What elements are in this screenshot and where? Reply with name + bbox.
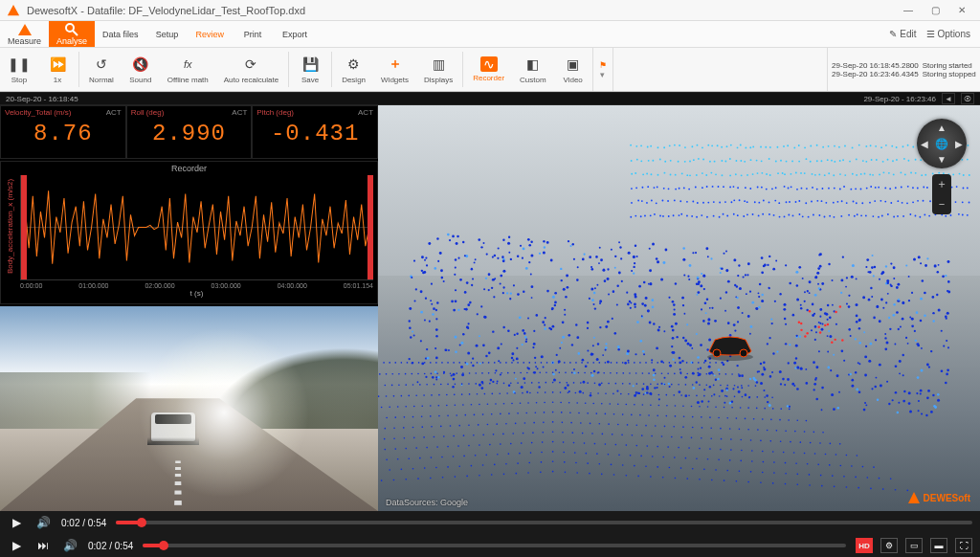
- design-button[interactable]: ⚙ Design: [334, 48, 373, 91]
- outer-seekbar[interactable]: [143, 544, 846, 547]
- cursor-right[interactable]: [368, 175, 373, 279]
- svg-point-1019: [814, 277, 817, 279]
- theater-button[interactable]: ▬: [930, 538, 947, 553]
- svg-point-1587: [569, 412, 571, 413]
- pan-north-button[interactable]: ▲: [937, 123, 947, 133]
- svg-point-1637: [590, 423, 591, 425]
- volume-button[interactable]: 🔊: [61, 539, 78, 552]
- svg-point-1280: [477, 313, 479, 315]
- time-left: 20-Sep-20 - 16:18:45: [6, 95, 78, 103]
- svg-point-1441: [615, 383, 617, 385]
- svg-point-581: [738, 264, 740, 266]
- compass-control[interactable]: 🌐 ▲ ▼ ▶ ◀: [917, 119, 967, 168]
- autorecalc-button[interactable]: ⟳ Auto recalculate: [216, 48, 286, 91]
- svg-point-1102: [933, 405, 936, 408]
- zoom-out-button[interactable]: －: [932, 194, 951, 214]
- video-tab[interactable]: ▣ Video: [554, 48, 592, 91]
- tab-export[interactable]: Export: [274, 21, 316, 47]
- pan-west-button[interactable]: ◀: [921, 139, 928, 149]
- svg-point-1675: [502, 434, 504, 435]
- svg-point-1586: [561, 412, 563, 413]
- play-button[interactable]: ▶: [8, 539, 25, 552]
- svg-point-1092: [602, 354, 604, 356]
- svg-point-747: [873, 317, 876, 320]
- edit-link[interactable]: ✎ Edit: [889, 29, 916, 39]
- window-maximize-button[interactable]: ▢: [923, 2, 947, 19]
- next-button[interactable]: ⏭: [34, 539, 52, 552]
- svg-point-288: [774, 200, 776, 202]
- svg-point-1647: [682, 426, 684, 428]
- chart-plot-area[interactable]: [20, 175, 373, 280]
- save-button[interactable]: 💾 Save: [291, 48, 329, 91]
- svg-point-851: [638, 285, 641, 288]
- volume-button[interactable]: 🔊: [34, 516, 52, 529]
- widgets-button[interactable]: ＋ Widgets: [373, 48, 416, 91]
- svg-point-1811: [505, 463, 507, 465]
- svg-point-1649: [702, 427, 703, 429]
- svg-point-739: [600, 258, 603, 261]
- stop-button[interactable]: ❚❚ Stop: [0, 48, 38, 91]
- readout-pitch[interactable]: Pitch (deg)ACT -0.431: [252, 105, 378, 159]
- svg-point-945: [513, 359, 515, 361]
- window-close-button[interactable]: ✕: [949, 2, 974, 19]
- lidar-3d-map[interactable]: 🌐 ▲ ▼ ▶ ◀ ＋ － DataSources: Google DEWESo…: [378, 105, 980, 511]
- tab-setup[interactable]: Setup: [146, 21, 189, 47]
- options-link[interactable]: ☰ Options: [926, 29, 970, 39]
- cursor-left[interactable]: [21, 175, 27, 279]
- svg-point-448: [724, 310, 726, 312]
- svg-point-1067: [702, 320, 705, 323]
- tab-review[interactable]: Review: [189, 21, 233, 47]
- miniplayer-button[interactable]: ▭: [905, 538, 923, 553]
- mode-button[interactable]: ↺ Normal: [81, 48, 122, 91]
- svg-point-1033: [866, 258, 869, 261]
- svg-point-685: [511, 357, 513, 360]
- recorder-chart[interactable]: Recorder Body_acceleration_x (m/s2) 0:00…: [0, 161, 378, 304]
- svg-point-413: [720, 298, 722, 300]
- window-minimize-button[interactable]: —: [896, 2, 921, 19]
- tab-measure[interactable]: Measure: [0, 21, 49, 47]
- svg-point-1837: [809, 474, 811, 476]
- svg-point-698: [605, 349, 607, 351]
- svg-point-805: [669, 365, 672, 368]
- readout-velocity[interactable]: Velocity_Total (m/s)ACT 8.76: [0, 105, 126, 159]
- svg-point-681: [863, 331, 865, 333]
- recorder-tab[interactable]: ∿ Recorder: [465, 48, 512, 91]
- svg-point-266: [656, 202, 657, 204]
- tab-print[interactable]: Print: [232, 21, 274, 47]
- custom-tab[interactable]: ◧ Custom: [512, 48, 554, 91]
- svg-point-549: [930, 411, 933, 413]
- log-toggle[interactable]: ⚑ ▾: [592, 48, 613, 91]
- hd-badge[interactable]: HD: [856, 538, 873, 553]
- seek-handle[interactable]: [137, 518, 146, 527]
- offlinemath-button[interactable]: fx Offline math: [160, 48, 216, 91]
- svg-point-930: [436, 237, 438, 240]
- tab-datafiles[interactable]: Data files: [95, 21, 146, 47]
- sound-button[interactable]: 🔇 Sound: [122, 48, 160, 91]
- camera-video[interactable]: [0, 306, 378, 511]
- svg-point-726: [771, 323, 773, 324]
- tab-analyse[interactable]: Analyse: [49, 21, 95, 47]
- svg-point-1493: [612, 393, 614, 395]
- svg-point-1245: [721, 267, 724, 270]
- svg-point-1818: [587, 462, 589, 464]
- fullscreen-button[interactable]: ⛶: [955, 538, 972, 553]
- inner-seekbar[interactable]: [116, 521, 972, 524]
- svg-point-1531: [511, 403, 513, 405]
- zoom-in-button[interactable]: ＋: [932, 174, 951, 194]
- pan-south-button[interactable]: ▼: [937, 154, 947, 165]
- settings-button[interactable]: ⚙: [880, 538, 898, 553]
- displays-button[interactable]: ▥ Displays: [416, 48, 460, 91]
- svg-point-173: [852, 173, 854, 175]
- svg-point-1361: [443, 372, 445, 374]
- pan-east-button[interactable]: ▶: [955, 139, 963, 149]
- readout-roll[interactable]: Roll (deg)ACT 2.990: [126, 105, 253, 159]
- svg-point-428: [660, 278, 663, 281]
- svg-point-1372: [514, 372, 516, 374]
- window-title: DewesoftX - Datafile: DF_VelodyneLidar_T…: [27, 5, 896, 16]
- svg-point-654: [526, 391, 528, 393]
- seek-handle[interactable]: [159, 541, 168, 550]
- play-button[interactable]: ▶: [8, 516, 25, 529]
- play-button[interactable]: ⏩ 1x: [38, 48, 77, 91]
- svg-point-1638: [598, 423, 600, 425]
- svg-point-1163: [498, 360, 500, 362]
